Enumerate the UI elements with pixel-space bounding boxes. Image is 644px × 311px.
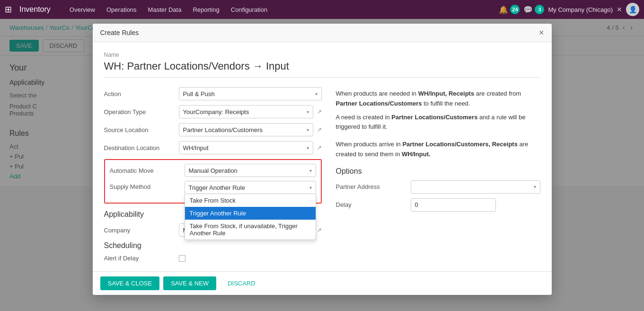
message-area: 💬 3 [523,5,544,14]
supply-method-arrow: ▾ [309,185,312,190]
destination-location-label: Destination Location [104,144,175,151]
automatic-move-arrow: ▾ [309,168,312,173]
app-name: Inventory [19,5,51,14]
desc1-text1: are created from [476,90,521,97]
delay-field: Delay 0 [336,198,540,212]
modal-overlay: Create Rules × Name WH: Partner Location… [0,19,644,311]
destination-location-field: Destination Location WH/Input ▾ ↗ [104,141,322,154]
operation-type-select[interactable]: YourCompany: Receipts ▾ [179,105,313,118]
destination-location-external-link-icon[interactable]: ↗ [317,144,322,151]
modal-left-col: Action Pull & Push ▾ Operation Type [104,87,322,262]
desc2-partner: Partner Locations/Customers, [402,141,490,148]
operation-type-external-link-icon[interactable]: ↗ [317,108,322,115]
supply-method-label: Supply Method [110,181,181,190]
source-location-field: Source Location Partner Locations/Custom… [104,123,322,136]
close-session-icon[interactable]: ✕ [617,6,622,13]
name-field-value[interactable]: WH: Partner Locations/Vendors → Input [104,60,540,78]
operation-type-field: Operation Type YourCompany: Receipts ▾ ↗ [104,105,322,118]
desc2-intro: When products arrive in [336,141,403,148]
automatic-move-select[interactable]: Manual Operation ▾ [185,164,316,177]
source-location-select[interactable]: Partner Locations/Customers ▾ [179,123,313,136]
desc2-receipts: Receipts [492,141,518,148]
scheduling-title: Scheduling [104,241,322,250]
action-select[interactable]: Pull & Push ▾ [179,87,322,100]
modal-close-button[interactable]: × [539,28,544,37]
grid-icon[interactable]: ⊞ [5,4,12,15]
supply-option-trigger-rule[interactable]: Trigger Another Rule [185,207,316,220]
destination-location-arrow: ▾ [307,145,309,151]
partner-address-field: Partner Address ▾ [336,180,540,194]
company-external-link-icon[interactable]: ↗ [317,227,322,233]
notification-badge-2: 3 [535,5,544,14]
desc1-text2: to fulfill the need. [423,100,470,107]
modal-header: Create Rules × [93,24,552,42]
nav-master-data[interactable]: Master Data [143,4,186,15]
alert-if-delay-label: Alert if Delay [104,255,175,262]
create-rules-modal: Create Rules × Name WH: Partner Location… [93,24,552,295]
destination-location-wrapper: WH/Input ▾ ↗ [179,141,322,154]
modal-right-col: When products are needed in WH/Input, Re… [336,87,540,262]
notification-area: 🔔 24 [499,5,520,14]
page-background: Warehouses / YourCo / YourCompany: Rece … [0,19,644,311]
partner-address-select[interactable]: ▾ [411,180,540,194]
nav-operations[interactable]: Operations [102,4,141,15]
nav-configuration[interactable]: Configuration [226,4,272,15]
automatic-move-value: Manual Operation [189,167,238,174]
delay-input[interactable]: 0 [411,198,496,212]
description-1: When products are needed in WH/Input, Re… [336,89,540,109]
supply-option-take-stock-unavailable[interactable]: Take From Stock, if unavailable, Trigger… [185,220,316,240]
destination-location-value: WH/Input [183,144,209,151]
supply-method-select[interactable]: Trigger Another Rule ▾ [185,181,316,194]
description-2: When products arrive in Partner Location… [336,140,540,160]
desc1-partner: Partner Locations/Customers [336,100,422,107]
topbar: ⊞ Inventory Overview Operations Master D… [0,0,644,19]
source-location-label: Source Location [104,126,175,133]
save-new-button[interactable]: SAVE & NEW [163,276,216,290]
discard-modal-button[interactable]: DISCARD [220,276,263,290]
alert-if-delay-row: Alert if Delay [104,255,322,262]
desc1b-need: A need is created in [336,114,392,121]
automatic-move-label: Automatic Move [110,167,181,174]
name-field-label: Name [104,52,540,58]
supply-method-field: Supply Method Trigger Another Rule ▾ Tak… [110,181,316,194]
company-label: Company [104,227,175,234]
avatar[interactable]: 👤 [626,3,639,16]
supply-method-value: Trigger Another Rule [189,184,245,191]
action-field: Action Pull & Push ▾ [104,87,322,100]
save-close-button[interactable]: SAVE & CLOSE [100,276,160,290]
delay-value: 0 [415,201,418,208]
destination-location-select[interactable]: WH/Input ▾ [179,141,313,154]
alert-if-delay-checkbox[interactable] [179,255,185,262]
desc1-receipts: Receipts [449,90,474,97]
supply-option-take-stock[interactable]: Take From Stock [185,194,316,207]
operation-type-wrapper: YourCompany: Receipts ▾ ↗ [179,105,322,118]
topbar-right: 🔔 24 💬 3 My Company (Chicago) ✕ 👤 [499,3,639,16]
description-1b: A need is created in Partner Locations/C… [336,113,540,133]
notification-badge-1: 24 [510,5,520,14]
source-location-arrow: ▾ [307,127,309,133]
scheduling-section: Scheduling Alert if Delay [104,241,322,262]
action-select-arrow: ▾ [315,91,318,97]
source-location-external-link-icon[interactable]: ↗ [317,126,322,133]
desc1-intro: When products are needed in [336,90,418,97]
partner-address-arrow: ▾ [534,184,536,189]
modal-title: Create Rules [100,29,139,36]
nav-reporting[interactable]: Reporting [188,4,224,15]
company-selector[interactable]: My Company (Chicago) [548,6,613,13]
nav-overview[interactable]: Overview [65,4,100,15]
message-icon[interactable]: 💬 [523,5,533,14]
operation-type-value: YourCompany: Receipts [183,108,249,116]
source-location-wrapper: Partner Locations/Customers ▾ ↗ [179,123,322,136]
desc1b-partner: Partner Locations/Customers [391,114,477,121]
options-title: Options [336,167,540,176]
operation-type-arrow: ▾ [307,109,309,115]
action-select-value: Pull & Push [183,90,215,98]
bell-icon[interactable]: 🔔 [499,5,508,14]
supply-method-wrapper: Trigger Another Rule ▾ Take From Stock T… [185,181,316,194]
action-label: Action [104,90,175,98]
partner-address-label: Partner Address [336,183,407,190]
supply-method-dropdown: Take From Stock Trigger Another Rule Tak… [185,194,316,240]
automatic-move-section: Automatic Move Manual Operation ▾ Supply… [104,159,322,204]
modal-footer: SAVE & CLOSE SAVE & NEW DISCARD [93,271,552,295]
source-location-value: Partner Locations/Customers [183,126,263,133]
